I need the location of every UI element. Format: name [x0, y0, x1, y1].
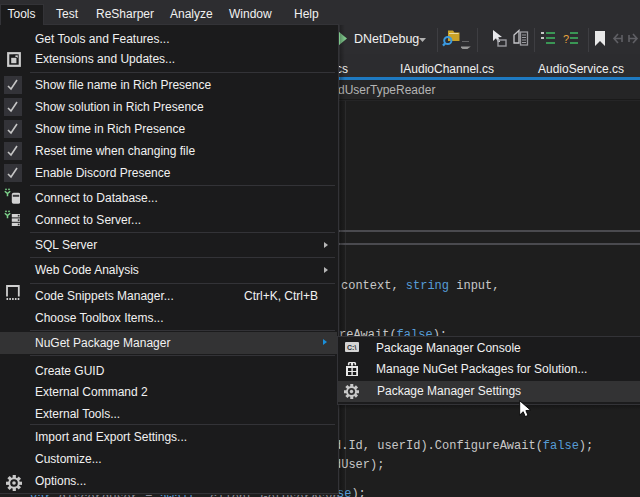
- svg-text:?: ?: [563, 33, 569, 45]
- svg-text:C:\: C:\: [347, 343, 356, 350]
